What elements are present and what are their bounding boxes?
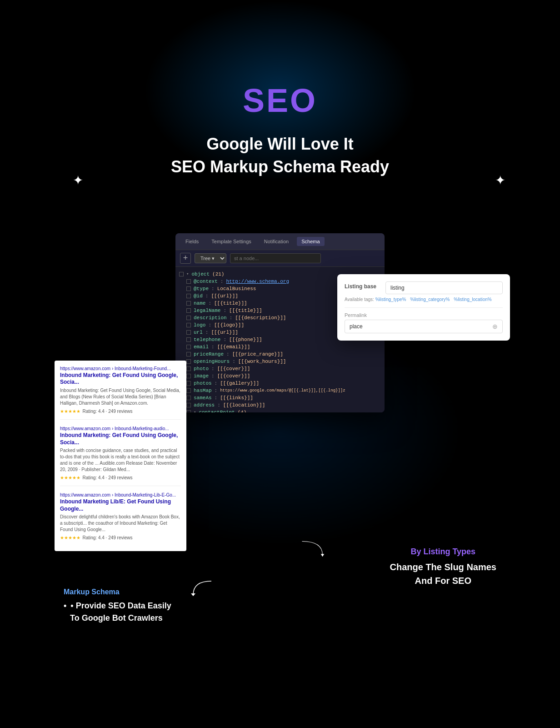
google-url-2: https://www.amazon.com › Inbound-Marketi… [60, 426, 181, 431]
google-desc-1: Inbound Marketing: Get Found Using Googl… [60, 387, 181, 407]
svg-marker-0 [191, 593, 195, 596]
tab-fields[interactable]: Fields [181, 237, 203, 246]
tree-row: address : [[{location}]] [175, 402, 385, 409]
permalink-label: Permalink [345, 312, 503, 318]
top-section: SEO Google Will Love It SEO Markup Schem… [0, 0, 560, 233]
tree-row: sameAs : [[{links}]] [175, 394, 385, 402]
google-result-3: https://www.amazon.com › Inbound-Marketi… [60, 492, 181, 546]
tree-row: photos : [[{gallery}]] [175, 380, 385, 387]
expand-icon: ▾ [194, 410, 196, 412]
tree-checkbox[interactable] [186, 359, 191, 364]
arrow-right [299, 538, 326, 556]
tab-notification[interactable]: Notification [260, 237, 293, 246]
tag-1: %listing_type% [375, 297, 406, 302]
tree-select[interactable]: Tree ▾ [195, 253, 226, 263]
tree-expand-icon: ▾ [186, 271, 189, 276]
tree-row: openingHours : [[{work_hours}]] [175, 358, 385, 365]
markup-schema-annotation: Markup Schema • • Provide SEO Data Easil… [64, 588, 171, 624]
seo-title: SEO [0, 82, 560, 119]
svg-marker-1 [321, 554, 325, 557]
google-url-1: https://www.amazon.com › Inbound-Marketi… [60, 366, 181, 371]
content-wrapper: Fields Template Settings Notification Sc… [27, 233, 533, 643]
tree-checkbox[interactable] [186, 279, 191, 284]
bottom-section: SEO Plugins Compatible With Yoast, Rank … [0, 697, 560, 728]
tree-checkbox[interactable] [186, 294, 191, 298]
tree-checkbox[interactable] [186, 308, 191, 313]
schema-toolbar: + Tree ▾ [175, 250, 385, 267]
google-result-1: https://www.amazon.com › Inbound-Marketi… [60, 366, 181, 420]
stars-3: ★★★★★ [60, 535, 80, 540]
listing-base-label: Listing base [345, 283, 385, 290]
google-desc-3: Discover delightful children's books wit… [60, 514, 181, 533]
headline-2: SEO Markup Schema Ready [0, 156, 560, 178]
tree-checkbox[interactable] [186, 286, 191, 291]
rating-1: Rating: 4.4 · 249 reviews [82, 409, 132, 414]
tree-checkbox[interactable] [186, 345, 191, 349]
star-left-icon: ✦ [73, 173, 83, 188]
listing-base-input[interactable] [385, 281, 503, 294]
by-listing-desc-2: And For SEO [390, 574, 497, 587]
google-title-1[interactable]: Inbound Marketing: Get Found Using Googl… [60, 372, 181, 386]
tree-checkbox[interactable] [186, 352, 191, 356]
tree-row: priceRange : [[{price_range}]] [175, 351, 385, 358]
google-search-panel: https://www.amazon.com › Inbound-Marketi… [55, 361, 186, 552]
listing-tags: Available tags: %listing_type% %listing_… [345, 297, 503, 302]
google-url-3: https://www.amazon.com › Inbound-Marketi… [60, 492, 181, 497]
tree-checkbox[interactable] [186, 410, 191, 412]
tree-row: email : [[{email}]] [175, 343, 385, 351]
google-title-3[interactable]: Inbound Marketing Lib/E: Get Found Using… [60, 498, 181, 512]
google-title-2[interactable]: Inbound Marketing: Get Found Using Googl… [60, 432, 181, 446]
tree-checkbox[interactable] [179, 272, 184, 276]
add-node-button[interactable]: + [180, 253, 191, 264]
tab-template-settings[interactable]: Template Settings [207, 237, 255, 246]
tags-label: Available tags: [345, 297, 375, 302]
stars-1: ★★★★★ [60, 409, 80, 414]
by-listing-desc-1: Change The Slug Names [390, 560, 497, 574]
permalink-value: place [350, 323, 363, 330]
bullet-icon: • [64, 601, 66, 610]
tree-row: hasMap : https://www.google.com/maps/@[[… [175, 387, 385, 394]
tag-2: %listing_category% [410, 297, 450, 302]
tree-checkbox[interactable] [186, 396, 191, 400]
markup-schema-desc-1: • • Provide SEO Data Easily [64, 600, 171, 612]
tree-checkbox[interactable] [186, 374, 191, 378]
tree-checkbox[interactable] [186, 330, 191, 335]
tag-3: %listing_location% [454, 297, 491, 302]
google-desc-2: Packed with concise guidance, case studi… [60, 447, 181, 473]
tree-checkbox[interactable] [186, 388, 191, 393]
tree-row: image : [[{cover}]] [175, 372, 385, 380]
stars-2: ★★★★★ [60, 475, 80, 480]
by-listing-annotation: By Listing Types Change The Slug Names A… [390, 547, 497, 587]
tree-checkbox[interactable] [186, 301, 191, 306]
headline-1: Google Will Love It [0, 133, 560, 156]
tree-checkbox[interactable] [186, 337, 191, 342]
tree-row: ▾ contactPoint (4) [175, 409, 385, 412]
tree-checkbox[interactable] [186, 323, 191, 327]
tree-row: photo : [[{cover}]] [175, 365, 385, 372]
by-listing-title: By Listing Types [390, 547, 497, 557]
schema-tabs: Fields Template Settings Notification Sc… [175, 233, 385, 250]
permalink-icon: ⊕ [492, 323, 498, 330]
star-right-icon: ✦ [495, 173, 505, 188]
rating-2: Rating: 4.4 · 249 reviews [82, 475, 132, 480]
tree-checkbox[interactable] [186, 316, 191, 320]
rating-3: Rating: 4.4 · 249 reviews [82, 535, 132, 540]
tab-schema[interactable]: Schema [297, 237, 324, 246]
markup-schema-title: Markup Schema [64, 588, 171, 596]
main-content: Fields Template Settings Notification Sc… [0, 233, 560, 643]
tree-checkbox[interactable] [186, 367, 191, 371]
tree-checkbox[interactable] [186, 381, 191, 386]
markup-schema-desc-2: To Google Bot Crawlers [70, 612, 171, 624]
search-node-input[interactable] [230, 253, 321, 263]
tree-checkbox[interactable] [186, 403, 191, 407]
listing-panel: Listing base Available tags: %listing_ty… [337, 274, 510, 341]
google-result-2: https://www.amazon.com › Inbound-Marketi… [60, 426, 181, 486]
arrow-left [189, 579, 216, 597]
